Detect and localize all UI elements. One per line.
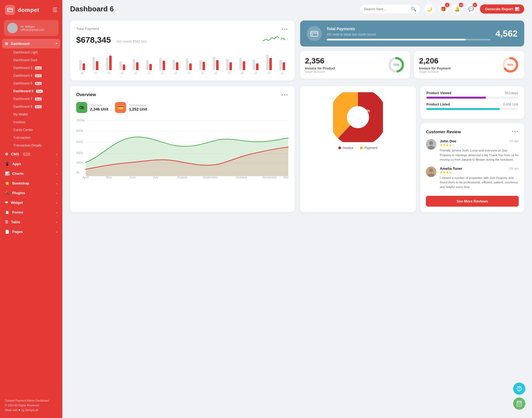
chat-icon-btn[interactable]: 💬 5 [466, 4, 476, 14]
bar-group: 08 [103, 48, 115, 75]
sub-my-wallet[interactable]: My Wallet [10, 111, 62, 118]
nav-charts[interactable]: 📊 Charts › [0, 169, 62, 178]
payment-icon: 💳 [115, 102, 126, 113]
nav-pages[interactable]: 📄 Pages › [0, 227, 62, 237]
svg-point-5 [312, 34, 313, 35]
sub-dashboard-light[interactable]: Dashboard Light [10, 48, 62, 56]
search-box: 🔍 [360, 4, 421, 14]
pie-and-products-row: 62% 38% Invoice Payment [300, 86, 525, 212]
sub-dashboard-dark[interactable]: Dashboard Dark [10, 56, 62, 64]
trend-percent: 7% ↑ [280, 37, 288, 41]
sale-label: Total Sale [90, 104, 108, 107]
bar-label: 10 [134, 72, 137, 75]
nav-apps-label: Apps [12, 162, 21, 166]
svg-text:800k: 800k [76, 129, 83, 132]
review-content-1: John Doe 5m ago ★★★★☆ Friendly service J… [440, 139, 519, 162]
bar-group: 14 [183, 48, 195, 75]
apps-icon: 📱 [5, 162, 9, 166]
sub-transaction-details[interactable]: Transaction Details [10, 142, 62, 149]
svg-text:0k: 0k [76, 171, 80, 174]
bar-group: 09 [116, 48, 128, 75]
bell-icon-btn[interactable]: 🔔 12 [452, 4, 462, 14]
support-float-button[interactable] [513, 383, 525, 395]
chat-badge: 5 [473, 3, 477, 7]
nav-widget[interactable]: ❤ Widget › [0, 198, 62, 207]
sub-dashboard-5[interactable]: Dashboard 5 New [10, 80, 62, 87]
product-viewed-header: Product Viewed 561/days [426, 91, 518, 95]
sub-transaction[interactable]: Transaction [10, 134, 62, 142]
overview-stats: 🛍 Total Sale 2,346 Unit 💳 Total Payment … [76, 102, 288, 113]
sub-invoices[interactable]: Invoices [10, 118, 62, 126]
review-more-icon[interactable]: ••• [512, 129, 519, 135]
stat-banner-title: Total Payments [327, 27, 490, 31]
bar-red [83, 63, 85, 70]
bar-label: 13 [174, 72, 177, 75]
sidebar: dompet ☰ Hi, William william@gmail.com ⊞… [0, 0, 62, 418]
bar-light [226, 59, 229, 70]
svg-point-37 [429, 141, 433, 145]
svg-text:62%: 62% [350, 117, 359, 122]
user-email: william@gmail.com [21, 28, 44, 31]
bar-red [123, 65, 125, 70]
product-viewed-label: Product Viewed [426, 91, 451, 95]
invoice-payment-name: Invoice for Payment [419, 66, 451, 70]
svg-text:August: August [177, 176, 187, 179]
review-time-1: 5m ago [510, 140, 519, 143]
product-viewed-progress-bg [426, 97, 518, 99]
bar-light [106, 58, 108, 70]
bar-label: 07 [94, 72, 97, 75]
overview-header: Overview ••• [76, 92, 288, 98]
search-icon: 🔍 [411, 6, 416, 12]
product-listed-row: Product Listed 3,456 Unit [426, 102, 518, 110]
review-header: Customer Review ••• [426, 129, 519, 135]
bar-red [256, 63, 259, 70]
sub-cards-center[interactable]: Cards Center [10, 126, 62, 134]
bar-light [253, 60, 255, 70]
svg-point-2 [11, 25, 14, 29]
sale-value: 2,346 Unit [90, 107, 108, 111]
right-stack: Product Viewed 561/days Product Listed 3… [420, 86, 524, 212]
nav-bootstrap[interactable]: ⭐ Bootstrap › [0, 178, 62, 188]
nav-forms[interactable]: 📋 Forms › [0, 207, 62, 217]
sub-dashboard-3[interactable]: Dashboard 3 New [10, 64, 62, 72]
review-title: Customer Review [426, 129, 461, 134]
gift-icon-btn[interactable]: 🎁 2 [438, 4, 448, 14]
bar-light [266, 55, 268, 70]
overview-more-icon[interactable]: ••• [282, 92, 288, 98]
app-name: dompet [18, 7, 39, 13]
avatar [7, 23, 18, 33]
hamburger-icon[interactable]: ☰ [52, 7, 57, 13]
nav-table[interactable]: ☰ Table › [0, 217, 62, 227]
see-more-reviews-button[interactable]: See More Reviews [426, 196, 519, 207]
generate-report-button[interactable]: Generate Report 📊 [480, 4, 524, 14]
more-options-icon[interactable]: ••• [282, 27, 288, 32]
bar-light [119, 61, 122, 70]
svg-rect-0 [7, 8, 12, 12]
content-grid: Total Payment ••• $678,345 last month $5… [62, 18, 532, 220]
nav-cms[interactable]: ⚙ CMS New › [0, 149, 62, 159]
search-input[interactable] [364, 7, 409, 11]
nav-dashboard[interactable]: ⊞ Dashboard ▾ [2, 39, 60, 48]
nav-plugins[interactable]: 🔌 Plugins › [0, 188, 62, 198]
bar-red [216, 60, 219, 70]
sub-dashboard-8[interactable]: Dashboard 8 New [10, 103, 62, 111]
footer-title: Dompet Payment Admin Dashboard [5, 398, 57, 403]
bar-light [199, 60, 202, 70]
moon-icon-btn[interactable]: 🌙 [424, 4, 434, 14]
sub-dashboard-7[interactable]: Dashboard 7 New [10, 95, 62, 103]
customer-review-card: Customer Review ••• John Doe 5m [420, 123, 524, 212]
bar-label: 06 [81, 72, 84, 75]
stat-card-left-1: 2,356 Invoice for Product Target 3k/mont… [305, 57, 335, 73]
bar-light [79, 60, 82, 70]
sub-dashboard-6[interactable]: Dashboard 6 New [10, 87, 62, 95]
pie-legend: Invoice Payment [338, 146, 377, 150]
nav-apps[interactable]: 📱 Apps › [0, 159, 62, 169]
invoice-product-target: Target 3k/month [305, 70, 335, 73]
stat-banner-number: 4,562 [495, 29, 518, 39]
payment-label: Total Payment [129, 104, 147, 107]
bar-light [213, 57, 215, 70]
bar-light [146, 60, 149, 70]
legend-invoice-label: Invoice [343, 146, 353, 150]
cart-float-button[interactable] [513, 398, 525, 410]
sub-dashboard-4[interactable]: Dashboard 4 New [10, 72, 62, 80]
